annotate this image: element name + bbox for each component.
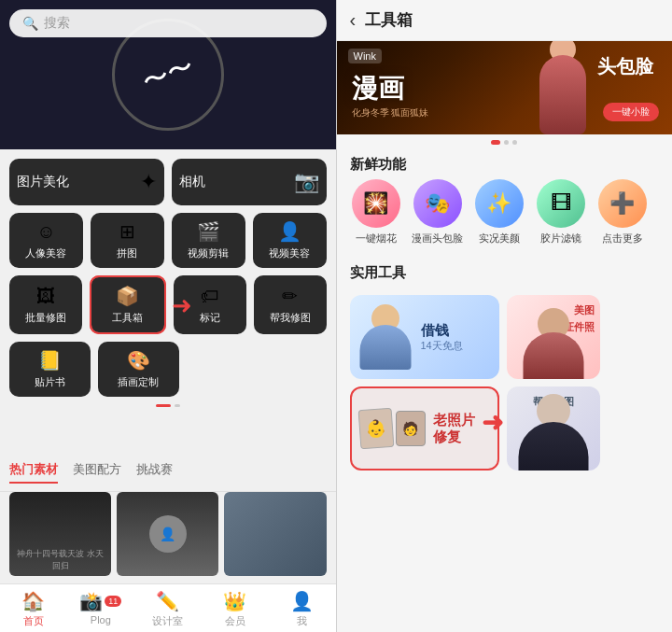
manga-label: 漫画头包脸: [412, 232, 463, 246]
fix-person: [513, 400, 593, 470]
feature-manga[interactable]: 🎭 漫画头包脸: [412, 179, 464, 246]
more-circle: ➕: [598, 179, 647, 228]
firework-circle: 🎇: [352, 179, 400, 228]
old-photo-person-icon: 🧑: [402, 421, 418, 436]
toolbox-label: 工具箱: [112, 311, 143, 325]
grid-item-collage[interactable]: ⊞ 拼图: [91, 213, 164, 268]
film-circle: 🎞: [537, 179, 585, 228]
illustration-label: 插画定制: [118, 375, 159, 389]
dot-2: [504, 140, 509, 145]
grid-item-help-fix[interactable]: ✏ 帮我修图: [254, 275, 327, 334]
old-photo-arrow: ➜: [482, 407, 503, 438]
tool-loan[interactable]: 借钱 14天免息: [350, 295, 499, 379]
section-new-features: 新鲜功能: [337, 147, 673, 179]
id-body: [523, 332, 583, 379]
batch-icon: 🖼: [36, 286, 55, 307]
tab-design[interactable]: ✏️ 设计室: [134, 590, 202, 628]
dot-1: [491, 140, 500, 145]
video-edit-label: 视频剪辑: [188, 246, 229, 260]
firework-icon: 🎇: [363, 191, 388, 216]
member-icon: 👑: [223, 590, 246, 612]
grid-item-camera[interactable]: 相机 📷: [172, 159, 327, 205]
tab-member[interactable]: 👑 会员: [202, 590, 269, 628]
me-label: 我: [297, 614, 307, 628]
collage-icon: ⊞: [119, 220, 135, 243]
hot-tab-challenge[interactable]: 挑战赛: [136, 461, 173, 484]
banner[interactable]: Wink 漫画 化身冬季 狐面狐妹 头包脸 一键小脸: [337, 41, 673, 134]
grid-item-portrait[interactable]: ☺ 人像美容: [9, 213, 83, 268]
tab-plog[interactable]: 📸11 Plog: [67, 590, 134, 628]
beautify-label: 图片美化: [17, 174, 69, 190]
grid-item-beautify[interactable]: 图片美化 ✦: [9, 159, 164, 205]
feature-more[interactable]: ➕ 点击更多: [596, 179, 649, 246]
firework-label: 一键烟花: [356, 232, 397, 246]
toolbox-icon: 📦: [116, 285, 139, 307]
film-icon: 🎞: [551, 191, 571, 216]
back-button[interactable]: ‹: [350, 9, 357, 31]
hot-tab-recipe[interactable]: 美图配方: [73, 461, 121, 484]
more-label: 点击更多: [602, 232, 643, 246]
video-edit-icon: 🎬: [197, 220, 220, 243]
tab-home[interactable]: 🏠 首页: [0, 590, 67, 628]
right-header: ‹ 工具箱: [337, 0, 673, 41]
grid-item-video-beauty[interactable]: 👤 视频美容: [253, 213, 327, 268]
camera-label: 相机: [179, 174, 205, 190]
manga-icon: 🎭: [425, 191, 450, 216]
squiggle-icon: 〜〜: [137, 49, 199, 101]
camera-icon: 📷: [294, 170, 319, 194]
old-photo-1: 👶: [357, 408, 394, 449]
film-label: 胶片滤镜: [540, 232, 581, 246]
portrait-icon: ☺: [36, 221, 55, 243]
home-icon: 🏠: [21, 590, 45, 612]
video-beauty-icon: 👤: [278, 220, 301, 243]
batch-label: 批量修图: [25, 311, 66, 325]
feature-live-beauty[interactable]: ✨ 实况美颜: [473, 179, 525, 246]
plog-badge: 11: [105, 596, 121, 607]
grid-row-1: 图片美化 ✦ 相机 📷: [9, 159, 327, 205]
search-placeholder: 搜索: [44, 15, 70, 32]
feature-row: 🎇 一键烟花 🎭 漫画头包脸 ✨ 实况美颜 🎞 胶片滤镜 ➕ 点: [337, 179, 673, 255]
stickers-icon: 📒: [38, 349, 62, 372]
toolbox-arrow-icon: ➜: [172, 290, 192, 319]
feature-firework[interactable]: 🎇 一键烟花: [350, 179, 402, 246]
grid-row-2: ☺ 人像美容 ⊞ 拼图 🎬 视频剪辑 👤 视频美容: [9, 213, 327, 268]
old-photo-stack: 👶 🧑: [359, 409, 426, 448]
mark-icon: 🏷: [201, 286, 219, 307]
me-icon: 👤: [290, 590, 314, 612]
plog-icon: 📸11: [79, 590, 121, 612]
grid-item-illustration[interactable]: 🎨 插画定制: [98, 342, 179, 397]
banner-button[interactable]: 一键小脸: [603, 103, 659, 121]
old-photo-baby-icon: 👶: [365, 417, 386, 439]
hot-tab-material[interactable]: 热门素材: [9, 461, 58, 484]
old-photo-text: 老照片修复: [433, 412, 475, 445]
grid-item-batch[interactable]: 🖼 批量修图: [9, 275, 82, 334]
grid-item-toolbox[interactable]: 📦 工具箱 ➜: [90, 275, 166, 334]
manga-circle: 🎭: [413, 179, 462, 228]
live-beauty-label: 实况美颜: [479, 232, 520, 246]
grid-item-video-edit[interactable]: 🎬 视频剪辑: [172, 213, 245, 268]
feature-film[interactable]: 🎞 胶片滤镜: [535, 179, 587, 246]
top-photo-area: 〜〜 🔍 搜索: [0, 0, 336, 149]
design-label: 设计室: [152, 614, 183, 628]
collage-label: 拼图: [117, 246, 137, 260]
hot-tabs-bar: 热门素材 美图配方 挑战赛: [0, 454, 336, 492]
tool-id-photo[interactable]: 美图证件照: [507, 295, 600, 379]
tab-me[interactable]: 👤 我: [269, 590, 336, 628]
grid-item-stickers[interactable]: 📒 贴片书: [9, 342, 91, 397]
search-bar[interactable]: 🔍 搜索: [9, 9, 327, 37]
tools-row-2: 👶 🧑 老照片修复 ➜ 帮我修图: [337, 379, 673, 470]
more-icon: ➕: [609, 191, 635, 216]
video-beauty-label: 视频美容: [269, 246, 310, 260]
section-tools: 实用工具: [337, 255, 673, 288]
tool-old-photo[interactable]: 👶 🧑 老照片修复: [350, 386, 499, 470]
old-photo-2: 🧑: [396, 411, 426, 446]
portrait-label: 人像美容: [25, 246, 66, 260]
loan-title: 借钱: [421, 322, 463, 339]
old-photo-title: 老照片修复: [433, 412, 475, 445]
content-thumb-3[interactable]: [224, 492, 326, 576]
content-thumb-1[interactable]: 神舟十四号载天波 水天回归: [9, 492, 111, 576]
tool-help-fix[interactable]: 帮我修图: [507, 386, 600, 470]
home-label: 首页: [23, 614, 44, 628]
content-thumb-2[interactable]: 👤: [117, 492, 218, 576]
grid-row-3: 🖼 批量修图 📦 工具箱 ➜ 🏷 标记 ✏ 帮我修图: [9, 275, 327, 334]
